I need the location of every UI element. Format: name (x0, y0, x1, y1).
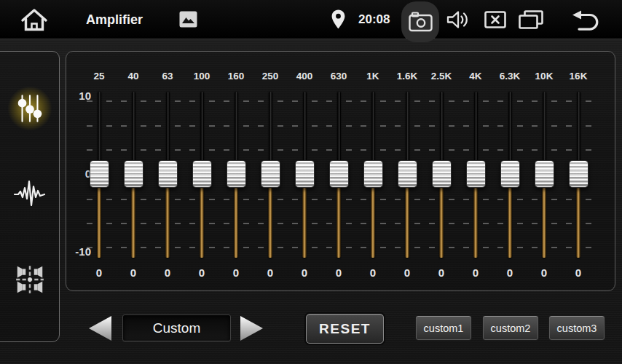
image-icon (179, 11, 197, 28)
band-frequency-label: 160 (219, 71, 253, 82)
location-icon (331, 9, 346, 30)
preset-selected-label: Custom (153, 320, 200, 336)
band-gain-value: 0 (425, 266, 459, 279)
eq-band: 16K 0 (562, 52, 596, 290)
custom2-button[interactable]: custom2 (482, 315, 539, 341)
eq-band-slider[interactable] (288, 88, 322, 263)
arrow-right-icon (240, 315, 264, 341)
slider-knob[interactable] (158, 160, 178, 188)
recent-apps-button[interactable] (519, 10, 543, 30)
eq-band-slider[interactable] (219, 88, 253, 263)
slider-knob[interactable] (295, 160, 315, 188)
band-gain-value: 0 (151, 266, 185, 279)
slider-knob[interactable] (535, 160, 554, 188)
back-button[interactable] (570, 9, 602, 31)
preset-next-button[interactable] (240, 315, 264, 341)
band-frequency-label: 16K (562, 71, 596, 82)
sidebar-item-fader-balance[interactable] (8, 258, 52, 301)
slider-knob[interactable] (261, 160, 280, 188)
eq-band: 63 0 (151, 52, 185, 290)
band-gain-value: 0 (82, 266, 117, 279)
speaker-fader-icon (13, 263, 47, 296)
eq-band-slider[interactable] (151, 88, 185, 263)
screenshot-button[interactable] (401, 1, 439, 42)
back-icon (570, 9, 602, 31)
eq-band-slider[interactable] (562, 88, 596, 263)
slider-knob[interactable] (363, 160, 383, 188)
band-gain-value: 0 (527, 266, 562, 279)
eq-band-slider[interactable] (253, 88, 288, 263)
band-frequency-label: 2.5K (425, 71, 459, 82)
eq-band-slider[interactable] (117, 88, 151, 263)
camera-icon (409, 12, 433, 32)
volume-button[interactable] (446, 9, 469, 30)
eq-band-slider[interactable] (425, 88, 459, 263)
close-window-icon (484, 11, 506, 28)
band-frequency-label: 25 (82, 71, 117, 82)
eq-band: 630 0 (322, 52, 356, 290)
eq-band-slider[interactable] (390, 88, 425, 263)
home-button[interactable] (19, 7, 50, 33)
preset-prev-button[interactable] (87, 315, 112, 341)
band-gain-value: 0 (219, 266, 253, 279)
eq-band: 160 0 (219, 52, 253, 290)
band-frequency-label: 4K (459, 71, 493, 82)
slider-knob[interactable] (466, 160, 486, 188)
band-frequency-label: 10K (527, 71, 562, 82)
eq-band-slider[interactable] (459, 88, 493, 263)
preset-selector[interactable]: Custom (122, 314, 231, 341)
custom1-button[interactable]: custom1 (415, 315, 472, 341)
band-frequency-label: 63 (151, 71, 185, 82)
band-frequency-label: 6.3K (493, 71, 527, 82)
eq-band-slider[interactable] (322, 88, 356, 263)
home-icon (19, 7, 50, 33)
slider-knob[interactable] (124, 160, 143, 188)
slider-knob[interactable] (90, 160, 109, 188)
slider-knob[interactable] (227, 160, 246, 188)
slider-knob[interactable] (192, 160, 212, 188)
band-frequency-label: 1.6K (390, 71, 425, 82)
eq-band: 10K 0 (527, 52, 562, 290)
custom1-label: custom1 (424, 323, 464, 334)
eq-band-slider[interactable] (185, 88, 219, 263)
eq-band: 100 0 (185, 52, 219, 290)
band-frequency-label: 1K (356, 71, 390, 82)
band-frequency-label: 400 (288, 71, 322, 82)
eq-band-slider[interactable] (356, 88, 390, 263)
eq-band: 400 0 (288, 52, 322, 290)
custom2-label: custom2 (491, 323, 531, 334)
page-title: Amplifier (86, 0, 143, 39)
eq-band-slider[interactable] (82, 88, 117, 263)
reset-button[interactable]: RESET (306, 314, 384, 344)
waveform-icon (12, 177, 47, 210)
band-frequency-label: 630 (322, 71, 356, 82)
slider-knob[interactable] (432, 160, 452, 188)
eq-band-slider[interactable] (493, 88, 527, 263)
slider-knob[interactable] (329, 160, 349, 188)
custom3-label: custom3 (557, 323, 597, 334)
band-gain-value: 0 (562, 266, 596, 279)
slider-knob[interactable] (569, 160, 588, 188)
band-gain-value: 0 (288, 266, 322, 279)
eq-band-slider[interactable] (527, 88, 562, 263)
eq-band: 2.5K 0 (425, 52, 459, 290)
band-gain-value: 0 (356, 266, 390, 279)
reset-button-label: RESET (319, 321, 371, 337)
custom3-button[interactable]: custom3 (548, 315, 605, 341)
clock: 20:08 (358, 0, 390, 39)
volume-icon (446, 9, 469, 30)
eq-band: 25 0 (82, 52, 117, 290)
band-frequency-label: 250 (253, 71, 288, 82)
sidebar-item-equalizer[interactable] (8, 87, 52, 130)
close-app-button[interactable] (484, 11, 506, 28)
slider-knob[interactable] (398, 160, 417, 188)
band-frequency-label: 40 (117, 71, 151, 82)
eq-sliders-icon (13, 92, 47, 125)
band-gain-value: 0 (493, 266, 527, 279)
arrow-left-icon (87, 315, 112, 341)
sidebar-item-sound-effects[interactable] (8, 172, 52, 215)
status-bar: Amplifier 20:08 (0, 0, 622, 39)
wallpaper-button[interactable] (179, 11, 197, 28)
slider-knob[interactable] (500, 160, 520, 188)
eq-band: 40 0 (117, 52, 151, 290)
